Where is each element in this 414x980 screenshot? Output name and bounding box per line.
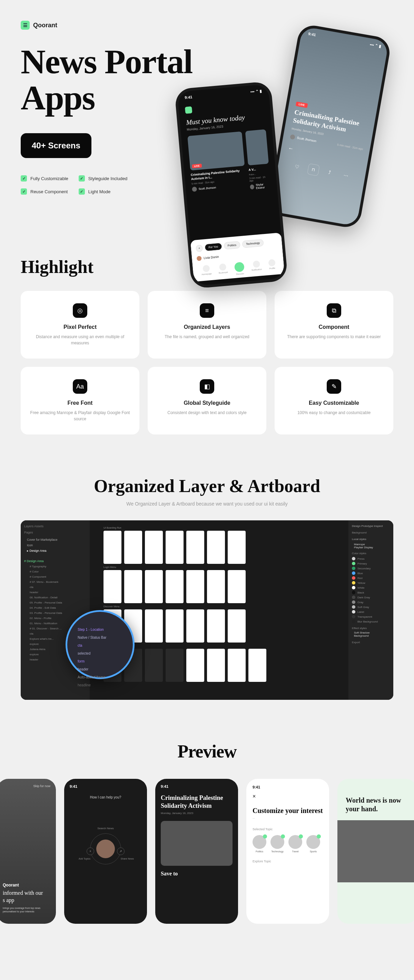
chip-politics[interactable]: Politics [224, 241, 240, 250]
bell-icon [253, 261, 260, 268]
topic-item[interactable]: Politics [253, 835, 266, 853]
color-swatch: Secondary [352, 566, 390, 571]
feature-icon: ⧉ [327, 303, 341, 318]
avatar [250, 184, 254, 189]
share-news-icon[interactable]: ↗ [117, 848, 124, 855]
highlight-card: ◎Pixel PerfectDistance and measure using… [21, 291, 139, 358]
color-swatch: Soft Gray [352, 605, 390, 609]
color-swatch: Press [352, 556, 390, 561]
voice-ring[interactable]: + Add Topics ↗ Share News [90, 834, 121, 864]
feature-item: ✓Light Mode [79, 188, 127, 195]
feature-item: ✓Fully Customizable [21, 175, 68, 181]
feature-icon: Aa [73, 379, 87, 394]
feature-icon: ◎ [73, 303, 87, 318]
like-icon[interactable]: ♡ [291, 160, 304, 173]
tab-homepage[interactable]: Homepage [201, 265, 212, 278]
phone-mockup-article: 9:41••• ⌃ ▮ LIVE Criminalizing Palestine… [267, 23, 392, 229]
feature-icon: ◧ [200, 379, 214, 394]
feature-item: ✓Reuse Component [21, 188, 68, 195]
color-swatch: Blur Background [352, 619, 390, 624]
preview-screen-landing: World news is now your hand. [338, 779, 414, 924]
zoom-lens: Step 1 - Location Native / Status Bar ct… [65, 610, 135, 679]
brand-name: Qoorant [33, 22, 57, 29]
share-icon[interactable]: ⤴ [323, 166, 336, 179]
phone-mockups: 9:41••• ⌃ ▮ LIVE Criminalizing Palestine… [162, 30, 376, 271]
figma-design-panel: Design Prototype Inspect Background Loca… [349, 520, 393, 700]
logo-icon: ☰ [21, 21, 30, 30]
color-swatch: Transparent [352, 614, 390, 619]
screens-badge: 40+ Screens [21, 133, 91, 158]
back-icon[interactable]: ← [288, 145, 294, 152]
article-title: Criminalizing Palestine Solidarity Activ… [292, 108, 368, 137]
add-topic-button[interactable]: + [196, 244, 203, 252]
close-icon[interactable]: × [253, 793, 323, 800]
feature-icon: ≡ [200, 303, 214, 318]
status-icons: ••• ⌃ ▮ [250, 89, 262, 94]
topic-item[interactable]: Technology [271, 835, 284, 853]
figma-screenshot: Layers Assets Pages Cover for Marketplac… [21, 520, 393, 700]
color-swatch: Red [352, 576, 390, 581]
bookmark-icon[interactable]: ⊓ [307, 163, 320, 176]
color-swatch: Primary [352, 561, 390, 566]
color-swatch: Black [352, 590, 390, 595]
news-image: LIVE [187, 132, 245, 170]
color-swatch: Gray [352, 600, 390, 605]
color-swatch: Yellow [352, 581, 390, 585]
live-badge: LIVE [296, 102, 308, 108]
topic-item[interactable]: Travel [288, 835, 302, 853]
author-row: Scott Jhonson 5 min read · 31m ago [290, 134, 363, 151]
article-image [161, 821, 232, 866]
color-swatch: Label [352, 609, 390, 614]
chip-technology[interactable]: Technology [242, 239, 264, 248]
preview-title: Preview [21, 741, 393, 762]
preview-screen-voice-search: 9:41 How I can help you? Search News + A… [64, 779, 147, 924]
discover-icon [234, 262, 245, 272]
news-image [245, 129, 269, 165]
highlight-card: AaFree FontFree amazing Manrope & Playfa… [21, 367, 139, 434]
bookmark-icon [219, 263, 227, 271]
news-card[interactable]: A V... Pales... 3 min read · 1h ago Skyl… [245, 129, 271, 190]
preview-screen-article: 9:41 Criminalizing Palestine Solidarity … [155, 779, 238, 924]
organized-title: Organized Layer & Artboard [21, 476, 393, 496]
preview-screen-customize: 9:41 × Customize your interest ... Selec… [246, 779, 329, 924]
avatar [197, 256, 202, 261]
tab-notification[interactable]: Notification [251, 260, 262, 274]
topic-item[interactable]: Sports [306, 835, 320, 853]
avatar [192, 187, 197, 192]
status-icons: ••• ⌃ ▮ [369, 43, 381, 49]
check-icon: ✓ [21, 188, 27, 195]
chip-foryou[interactable]: For You [205, 243, 222, 251]
figma-canvas: UI Boarding RunLogin MenuDiscover MenuHo… [90, 520, 349, 700]
home-icon [202, 265, 210, 272]
highlight-card: ✎Easy Customizable100% easy to change an… [275, 367, 393, 434]
hero-title: News PortalApps [21, 43, 192, 116]
tab-bookmark[interactable]: Bookmark [218, 263, 228, 277]
highlight-card: ⧉ComponentThere are supporting component… [275, 291, 393, 358]
highlight-card: ◧Global StyleguideConsistent design with… [148, 367, 266, 434]
preview-screen-onboarding: Skip for now Qoorant informed with ours … [0, 779, 56, 924]
add-topics-icon[interactable]: + [87, 848, 94, 855]
news-card[interactable]: LIVE Criminalizing Palestine Solidarity … [187, 132, 247, 195]
profile-icon [268, 259, 275, 267]
skip-link[interactable]: Skip for now [33, 784, 50, 788]
feature-item: ✓Styleguide Included [79, 175, 127, 181]
live-badge: LIVE [192, 164, 201, 168]
more-icon[interactable]: ⋯ [340, 169, 353, 181]
feature-icon: ✎ [327, 379, 341, 394]
color-swatch: Blue [352, 571, 390, 576]
tab-discover[interactable]: Discover [234, 262, 245, 275]
hero-image [338, 820, 414, 882]
brand-logo: ☰ Qoorant [21, 21, 393, 30]
color-swatch: White [352, 585, 390, 590]
check-icon: ✓ [79, 175, 85, 181]
check-icon: ✓ [79, 188, 85, 195]
avatar [96, 840, 115, 858]
highlight-card: ≡Organized LayersThe file is named, grou… [148, 291, 266, 358]
organized-subtitle: We Organized Layer & Artboard because we… [21, 501, 393, 507]
tab-profile[interactable]: Profile [268, 259, 276, 273]
avatar [290, 134, 295, 139]
color-swatch: Dark Gray [352, 595, 390, 600]
check-icon: ✓ [21, 175, 27, 181]
